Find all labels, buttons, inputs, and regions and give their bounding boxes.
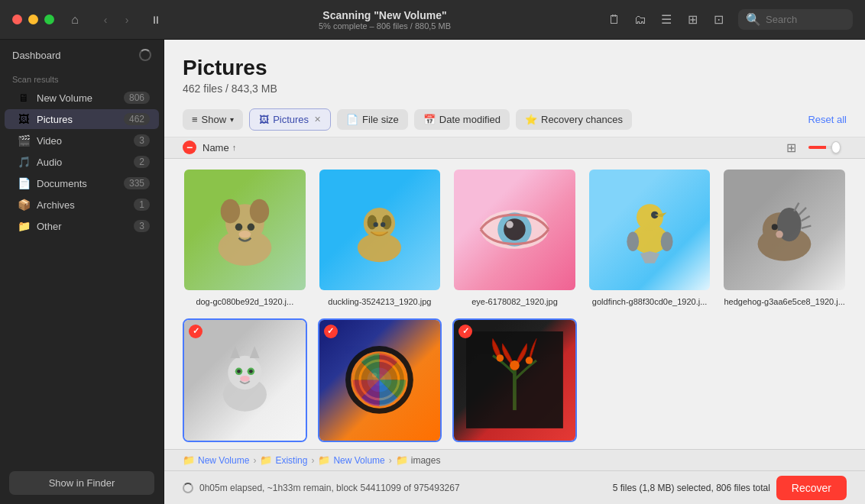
new-volume-icon: 🖥 — [17, 92, 31, 104]
kitten-check-badge: ✓ — [189, 325, 202, 338]
photo-thumb-dog[interactable] — [183, 168, 307, 292]
photo-item-lilies[interactable]: ✓ — [452, 318, 577, 450]
svg-line-27 — [802, 216, 810, 221]
folder-icon[interactable]: 🗂 — [630, 9, 651, 31]
forward-button[interactable]: › — [117, 10, 137, 30]
photo-thumb-hedgehog[interactable] — [722, 168, 847, 292]
search-bar[interactable]: 🔍 — [738, 9, 853, 30]
photo-grid: dog-gc080be92d_1920.j... — [183, 168, 847, 449]
show-in-finder-button[interactable]: Show in Finder — [9, 471, 154, 495]
show-filter-button[interactable]: ≡ Show ▾ — [183, 109, 243, 130]
name-column-header[interactable]: Name ↑ — [202, 142, 236, 153]
svg-point-15 — [504, 219, 526, 241]
photo-item-duck[interactable]: duckling-3524213_1920.jpg — [318, 168, 442, 308]
date-modified-filter-button[interactable]: 📅 Date modified — [414, 109, 510, 130]
photo-image-eye — [454, 170, 575, 291]
sidebar-item-new-volume[interactable]: 🖥 New Volume 806 — [5, 88, 159, 108]
lens-check-badge: ✓ — [324, 325, 338, 338]
photo-thumb-kitten[interactable]: ✓ — [183, 318, 307, 443]
content-title: Pictures — [183, 55, 847, 81]
breadcrumb-images[interactable]: 📁 images — [396, 454, 441, 466]
breadcrumb-new-volume[interactable]: 📁 New Volume — [183, 454, 249, 466]
photo-thumb-duck[interactable] — [318, 168, 442, 292]
maximize-button[interactable] — [44, 15, 54, 24]
photo-name-goldfinch: goldfinch-g88f30cd0e_1920.j... — [592, 296, 707, 307]
minimize-button[interactable] — [28, 15, 38, 24]
breadcrumb-sep-1: › — [253, 455, 256, 466]
photo-thumb-eye[interactable] — [452, 168, 577, 292]
photo-thumb-goldfinch[interactable] — [588, 168, 712, 292]
column-filter-button[interactable]: ⊞ — [786, 141, 796, 155]
photo-thumb-lens[interactable]: ✓ — [318, 318, 442, 443]
svg-point-10 — [382, 215, 392, 230]
scan-title: Scanning "New Volume" — [322, 9, 446, 21]
svg-point-48 — [497, 354, 504, 362]
document-icon[interactable]: 🗒 — [604, 9, 625, 31]
status-bar: 0h05m elapsed, ~1h33m remain, block 5441… — [164, 470, 865, 504]
recover-button[interactable]: Recover — [776, 476, 847, 500]
sidebar-item-other[interactable]: 📁 Other 3 — [5, 216, 159, 236]
photo-name-kitten: kittens-2273598_1920.jpg — [196, 447, 293, 449]
svg-point-6 — [238, 231, 251, 238]
status-text: 0h05m elapsed, ~1h33m remain, block 5441… — [199, 483, 607, 493]
photo-item-eye[interactable]: eye-6178082_1920.jpg — [452, 168, 577, 308]
other-icon: 📁 — [17, 220, 31, 232]
sidebar-item-new-volume-count: 806 — [124, 92, 150, 104]
breadcrumb-folder-icon-2: 📁 — [260, 454, 272, 466]
pictures-filter-close-icon[interactable]: ✕ — [314, 115, 321, 124]
reset-all-button[interactable]: Reset all — [808, 114, 847, 125]
sidebar-toggle-icon[interactable]: ⊡ — [708, 9, 729, 31]
breadcrumb-sep-3: › — [389, 455, 392, 466]
photo-name-duck: duckling-3524213_1920.jpg — [328, 296, 431, 307]
svg-point-37 — [237, 370, 241, 373]
svg-point-2 — [221, 199, 240, 224]
close-button[interactable] — [12, 15, 22, 24]
search-input[interactable] — [766, 14, 845, 25]
photo-item-lens[interactable]: ✓ — [318, 318, 442, 450]
breadcrumb-new-volume-2[interactable]: 📁 New Volume — [318, 454, 384, 466]
svg-line-28 — [802, 226, 812, 228]
file-size-filter-button[interactable]: 📄 File size — [337, 109, 408, 130]
svg-point-38 — [249, 370, 253, 373]
sidebar-item-archives-label: Archives — [37, 199, 128, 211]
content-header: Pictures 462 files / 843,3 MB — [164, 40, 865, 102]
svg-point-9 — [368, 215, 377, 230]
sidebar-item-other-count: 3 — [134, 220, 150, 232]
date-modified-filter-label: Date modified — [439, 114, 501, 125]
grid-view-icon[interactable]: ⊞ — [682, 9, 703, 31]
sidebar-item-archives-count: 1 — [134, 199, 150, 211]
sidebar-item-audio[interactable]: 🎵 Audio 2 — [5, 152, 159, 172]
svg-point-12 — [381, 222, 385, 227]
recovery-chances-filter-button[interactable]: ⭐ Recovery chances — [516, 109, 632, 130]
svg-point-11 — [374, 222, 378, 227]
photo-item-dog[interactable]: dog-gc080be92d_1920.j... — [183, 168, 307, 308]
breadcrumb-existing[interactable]: 📁 Existing — [260, 454, 307, 466]
photo-item-kitten[interactable]: ✓ — [183, 318, 307, 450]
quality-slider[interactable] — [808, 141, 847, 153]
breadcrumb-images-label: images — [411, 455, 441, 466]
back-button[interactable]: ‹ — [96, 10, 115, 30]
photo-grid-container: dog-gc080be92d_1920.j... — [164, 159, 865, 449]
photo-thumb-lilies[interactable]: ✓ — [452, 318, 577, 443]
list-view-icon[interactable]: ☰ — [656, 9, 677, 31]
sidebar-item-archives[interactable]: 📦 Archives 1 — [5, 195, 159, 215]
svg-point-5 — [247, 224, 254, 231]
photo-item-goldfinch[interactable]: goldfinch-g88f30cd0e_1920.j... — [588, 168, 712, 308]
show-filter-label: Show — [202, 114, 227, 125]
breadcrumb-folder-icon-4: 📁 — [396, 454, 408, 466]
sidebar-item-video[interactable]: 🎬 Video 3 — [5, 131, 159, 150]
breadcrumb-folder-icon-1: 📁 — [183, 454, 195, 466]
pictures-filter-button[interactable]: 🖼 Pictures ✕ — [249, 108, 331, 131]
photo-item-hedgehog[interactable]: hedgehog-g3aa6e5ce8_1920.j... — [722, 168, 847, 308]
archives-icon: 📦 — [17, 199, 31, 211]
sidebar-item-documents[interactable]: 📄 Documents 335 — [5, 173, 159, 193]
deselect-all-icon[interactable]: − — [183, 141, 196, 154]
sidebar-item-new-volume-label: New Volume — [37, 92, 118, 104]
photo-image-lilies — [454, 320, 575, 441]
pause-button[interactable]: ⏸ — [146, 10, 166, 30]
svg-point-47 — [510, 360, 520, 370]
recovery-chances-filter-label: Recovery chances — [541, 114, 623, 125]
sidebar-item-pictures[interactable]: 🖼 Pictures 462 — [5, 109, 159, 129]
home-button[interactable]: ⌂ — [63, 8, 86, 31]
lilies-check-badge: ✓ — [458, 325, 472, 338]
